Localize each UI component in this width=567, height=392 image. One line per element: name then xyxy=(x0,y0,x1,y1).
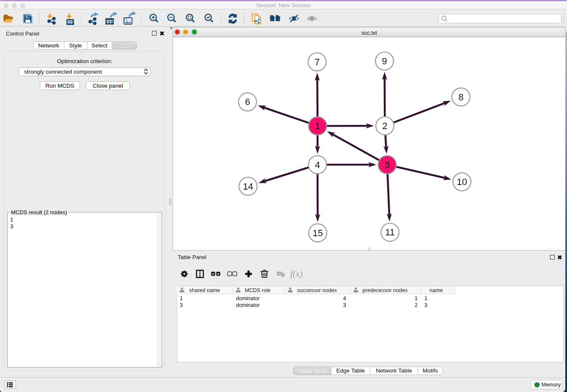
svg-text:6: 6 xyxy=(245,97,250,107)
svg-text:11: 11 xyxy=(385,227,395,237)
svg-text:4: 4 xyxy=(315,160,320,170)
svg-text:8: 8 xyxy=(458,92,463,102)
svg-text:1: 1 xyxy=(315,121,320,131)
svg-text:2: 2 xyxy=(382,121,387,131)
svg-text:3: 3 xyxy=(385,160,390,170)
svg-text:14: 14 xyxy=(243,181,253,192)
svg-text:10: 10 xyxy=(457,177,467,187)
svg-text:15: 15 xyxy=(313,228,323,238)
svg-text:9: 9 xyxy=(382,56,387,66)
svg-text:7: 7 xyxy=(314,57,319,67)
svg-text:f(x): f(x) xyxy=(290,269,303,279)
